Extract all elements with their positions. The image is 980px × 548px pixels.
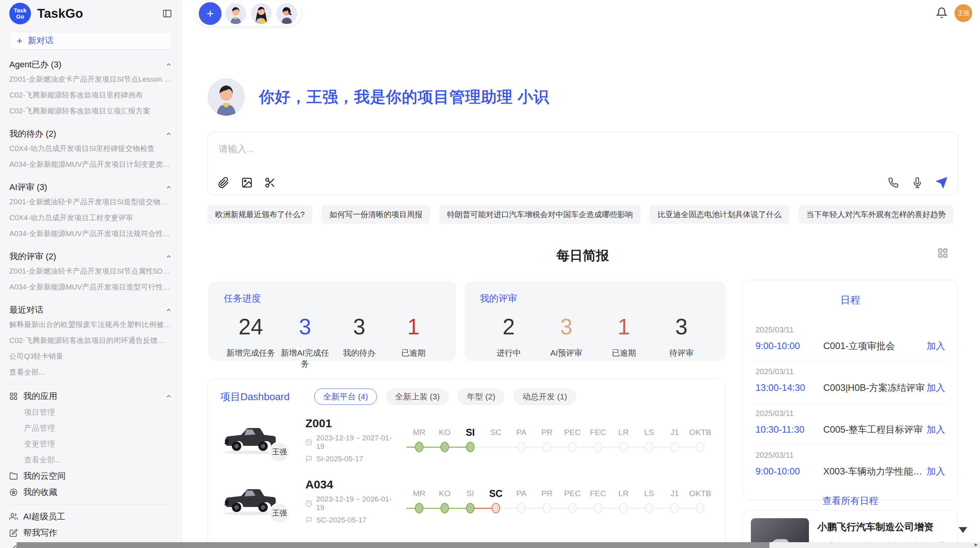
sidebar-item[interactable]: C02-飞腾新能源轻客改款项目里程碑画布 bbox=[9, 87, 172, 103]
scrollbar-right-arrow[interactable] bbox=[975, 543, 978, 546]
suggestion-chip[interactable]: 特朗普可能对进口汽车增税会对中国车企造成哪些影响 bbox=[439, 205, 641, 224]
sidebar-item-ai-employee[interactable]: AI超级员工 bbox=[0, 509, 182, 525]
sidebar-item[interactable]: Z001-全新燃油轻卡产品开发项目SI造型提交物评审 bbox=[9, 194, 172, 210]
logo-text-top: Task bbox=[14, 7, 26, 14]
join-button[interactable]: 加入 bbox=[927, 382, 945, 394]
agent-avatar-1[interactable] bbox=[225, 3, 246, 24]
sidebar-item-change-mgmt[interactable]: 变更管理 bbox=[0, 436, 182, 452]
section-title: Agent已办 (3) bbox=[9, 59, 62, 70]
project-owner-badge: 王强 bbox=[269, 442, 290, 462]
folder-icon bbox=[9, 472, 18, 480]
schedule-event: 2025/03/11 9:00-10:00 X003-车辆动力学性能验... 加… bbox=[755, 445, 946, 487]
sidebar-header: Task Go TaskGo bbox=[0, 0, 182, 27]
notification-bell-icon[interactable] bbox=[936, 7, 947, 19]
sidebar-item-project-mgmt[interactable]: 项目管理 bbox=[0, 404, 182, 420]
greeting-text: 你好，王强，我是你的项目管理助理 小识 bbox=[259, 86, 549, 108]
card-title: 我的评审 bbox=[480, 292, 710, 305]
flag-icon bbox=[305, 456, 312, 462]
stat: 3待评审 bbox=[653, 315, 710, 358]
stat: 1已逾期 bbox=[595, 315, 653, 358]
milestone-track: MR KO SI SC PA PR PEC FEC LR LS J1 OKTB bbox=[406, 486, 713, 516]
event-name: X003-车辆动力学性能验... bbox=[823, 465, 927, 478]
chevron-up-icon[interactable] bbox=[165, 61, 172, 68]
schedule-event: 2025/03/11 9:00-10:00 C001-立项审批会 加入 bbox=[755, 320, 946, 362]
project-dashboard-card: 项目Dashboard 全新平台 (4) 全新上装 (3) 年型 (2) 动总开… bbox=[207, 378, 726, 548]
filter-chip[interactable]: 全新上装 (3) bbox=[386, 389, 449, 405]
filter-chip-active[interactable]: 全新平台 (4) bbox=[314, 389, 377, 405]
sidebar-item-my-apps[interactable]: 我的应用 bbox=[0, 388, 182, 404]
ai-employee-label: AI超级员工 bbox=[23, 511, 65, 522]
project-row[interactable]: 王强 A034 2023-12-19 ~ 2026-01-19 SC-2025-… bbox=[208, 471, 725, 532]
sidebar-item-view-all-apps[interactable]: 查看全部... bbox=[0, 452, 182, 468]
divider bbox=[9, 504, 172, 505]
add-agent-button[interactable]: + bbox=[200, 3, 221, 24]
milestone-cell: MR bbox=[406, 486, 432, 516]
filter-chip[interactable]: 动总开发 (1) bbox=[514, 389, 576, 405]
sidebar-item[interactable]: A034-全新新能源MUV产品开发项目计划变更类编写 bbox=[9, 156, 172, 172]
sidebar-item[interactable]: 解释最新出台的欧盟报废车法规再生塑料比例被调至15%... bbox=[9, 317, 172, 332]
chevron-up-icon[interactable] bbox=[165, 393, 172, 400]
view-all-schedule-link[interactable]: 查看所有日程 bbox=[755, 495, 946, 507]
suggestion-chip[interactable]: 当下年轻人对汽车外观有怎样的喜好趋势 bbox=[798, 205, 953, 224]
message-composer[interactable]: 请输入... bbox=[207, 132, 958, 195]
my-apps-label: 我的应用 bbox=[23, 390, 57, 402]
new-chat-label: 新对话 bbox=[28, 35, 53, 46]
sidebar-item-cloud-space[interactable]: 我的云空间 bbox=[0, 468, 182, 484]
project-row[interactable]: 王强 Z001 2023-12-19 ~ 2027-01-19 SI-2025-… bbox=[208, 409, 725, 471]
send-icon[interactable] bbox=[936, 177, 947, 188]
join-button[interactable]: 加入 bbox=[927, 465, 945, 478]
suggestion-chip[interactable]: 比亚迪全固态电池计划具体说了什么 bbox=[650, 205, 789, 224]
project-code: A034 bbox=[305, 478, 394, 491]
sidebar-item[interactable]: Z001-全新燃油皮卡产品开发项目SI节点Lesson Learn报告 bbox=[9, 71, 172, 87]
suggestion-chip[interactable]: 如何写一份清晰的项目周报 bbox=[322, 205, 430, 224]
image-icon[interactable] bbox=[241, 177, 253, 188]
milestone-cell: OKTB bbox=[687, 486, 713, 516]
milestone-cell: PEC bbox=[560, 425, 585, 455]
sidebar-item[interactable]: C02-飞腾新能源轻客改款项目立项汇报方案 bbox=[9, 103, 172, 119]
user-avatar[interactable]: 王强 bbox=[954, 4, 972, 22]
sidebar-item[interactable]: A034-全新新能源MUV产品开发项目造型可行性评审 bbox=[9, 279, 172, 295]
sidebar-item-product-mgmt[interactable]: 产品管理 bbox=[0, 420, 182, 436]
scrollbar-thumb[interactable] bbox=[17, 542, 769, 548]
scroll-down-arrow[interactable] bbox=[959, 527, 967, 533]
sidebar-item-view-all[interactable]: 查看全部... bbox=[9, 364, 172, 380]
agent-avatar-2[interactable] bbox=[251, 3, 272, 24]
sidebar-item[interactable]: 公司Q3轻卡销量 bbox=[9, 348, 172, 364]
sidebar-item[interactable]: Z001-全新燃油轻卡产品开发项目SI节点属性5D文件评审 bbox=[9, 263, 172, 279]
sidebar-item-help-write[interactable]: 帮我写作 bbox=[0, 525, 182, 541]
event-date: 2025/03/11 bbox=[756, 367, 945, 376]
filter-chip[interactable]: 年型 (2) bbox=[458, 389, 504, 405]
chevron-up-icon[interactable] bbox=[165, 184, 172, 191]
agent-switcher: + bbox=[196, 1, 301, 26]
join-button[interactable]: 加入 bbox=[927, 423, 945, 436]
chevron-up-icon[interactable] bbox=[165, 253, 172, 260]
horizontal-scrollbar[interactable] bbox=[17, 542, 980, 548]
project-code: Z001 bbox=[305, 417, 394, 430]
scissors-icon[interactable] bbox=[264, 177, 276, 188]
stat: 3我的待办 bbox=[332, 315, 386, 369]
sidebar-item[interactable]: C0X4-动力总成开发项目工程变更评审 bbox=[9, 210, 172, 226]
chevron-up-icon[interactable] bbox=[165, 130, 172, 137]
chevron-up-icon[interactable] bbox=[165, 307, 172, 313]
layout-grid-icon[interactable] bbox=[937, 248, 948, 259]
sidebar-item-favorites[interactable]: 我的收藏 bbox=[0, 484, 182, 500]
milestone-cell: PR bbox=[534, 425, 560, 455]
milestone-cell: LS bbox=[636, 425, 662, 455]
sidebar-item[interactable]: C02-飞腾新能源轻客改款项目的闭环通告反馈情况 bbox=[9, 332, 172, 348]
paperclip-icon[interactable] bbox=[218, 177, 230, 188]
milestone-cell: PA bbox=[509, 425, 534, 455]
agent-avatar-3[interactable] bbox=[276, 3, 297, 24]
new-chat-button[interactable]: + 新对话 bbox=[9, 32, 172, 50]
sidebar-item[interactable]: A034-全新新能源MUV产品开发项目法规符合性评审 bbox=[9, 226, 172, 241]
section-agent-done: Agent已办 (3) Z001-全新燃油皮卡产品开发项目SI节点Lesson … bbox=[0, 58, 182, 119]
sidebar-collapse-icon[interactable] bbox=[162, 9, 172, 19]
favorites-label: 我的收藏 bbox=[23, 486, 57, 498]
event-time: 9:00-10:00 bbox=[756, 466, 823, 477]
daily-brief-title: 每日简报 bbox=[207, 247, 958, 265]
microphone-icon[interactable] bbox=[912, 177, 923, 188]
phone-icon[interactable] bbox=[888, 177, 899, 188]
join-button[interactable]: 加入 bbox=[927, 340, 945, 352]
stat: 3新增AI完成任务 bbox=[278, 315, 332, 369]
suggestion-chip[interactable]: 欧洲新规最近颁布了什么? bbox=[207, 205, 312, 224]
sidebar-item[interactable]: C0X4-动力总成开发项目SI里程碑提交物检查 bbox=[9, 140, 172, 156]
